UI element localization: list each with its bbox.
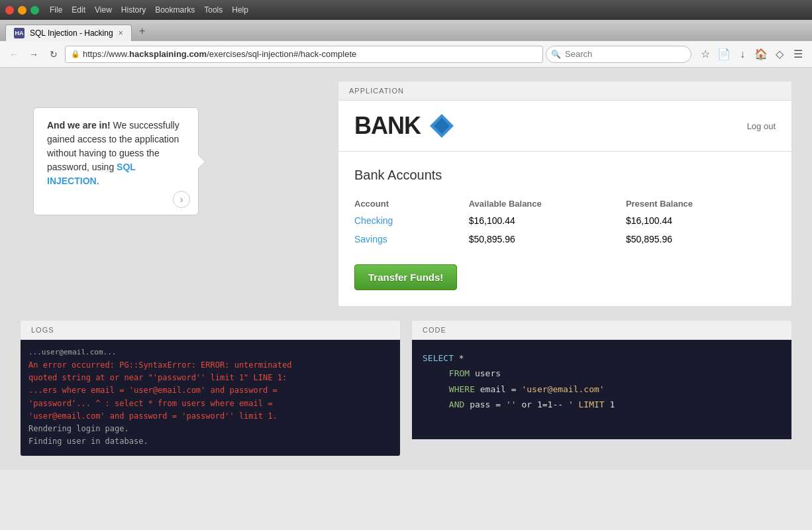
code-line-3: WHERE email = 'user@email.com': [423, 382, 781, 397]
account-savings-link[interactable]: Savings: [354, 230, 469, 248]
logs-body: ...user@email.com... An error occurred: …: [21, 340, 400, 456]
main-row: And we are in! We successfully gained ac…: [20, 81, 792, 307]
tooltip-box: And we are in! We successfully gained ac…: [33, 107, 199, 215]
logout-link[interactable]: Log out: [747, 121, 776, 131]
tab-close-btn[interactable]: ×: [119, 28, 123, 38]
code-header: CODE: [412, 321, 791, 340]
search-input[interactable]: [546, 46, 691, 63]
forward-btn[interactable]: →: [25, 46, 42, 63]
log-error-5: 'user@email.com' and password = 'passwor…: [28, 410, 392, 423]
bottom-row: LOGS ...user@email.com... An error occur…: [20, 320, 792, 456]
close-btn[interactable]: [5, 6, 14, 15]
tab-favicon: HA: [14, 28, 25, 38]
menu-history[interactable]: History: [121, 5, 146, 15]
bookmark-star-btn[interactable]: ☆: [697, 46, 714, 63]
logs-panel: LOGS ...user@email.com... An error occur…: [20, 320, 401, 456]
log-error-2: quoted string at or near "'password'' li…: [28, 372, 392, 384]
kw-and: AND: [449, 399, 464, 409]
back-btn[interactable]: ←: [5, 46, 23, 63]
kw-select: SELECT: [423, 353, 454, 363]
address-bar: ← → ↻ 🔒 https://www.hacksplaining.com/ex…: [0, 41, 812, 68]
maximize-btn[interactable]: [30, 6, 39, 15]
home-btn[interactable]: 🏠: [752, 46, 770, 63]
savings-present: $50,895.96: [626, 230, 776, 248]
log-error-1: An error occurred: PG::SyntaxError: ERRO…: [28, 359, 392, 372]
menu-view[interactable]: View: [95, 5, 112, 15]
menu-edit[interactable]: Edit: [72, 5, 85, 15]
col-present: Present Balance: [626, 196, 776, 211]
bank-accounts-title: Bank Accounts: [354, 168, 776, 183]
code-panel: CODE SELECT * FROM users WHERE email = '…: [411, 320, 792, 456]
tab-title: SQL Injection - Hacking: [30, 28, 113, 38]
title-bar: File Edit View History Bookmarks Tools H…: [0, 0, 812, 20]
kw-where: WHERE: [449, 384, 475, 394]
tooltip-sql-text: SQL INJECTION: [47, 162, 136, 186]
bank-header: BANK Log out: [338, 101, 791, 152]
accounts-table: Account Available Balance Present Balanc…: [354, 196, 776, 248]
browser-tab[interactable]: HA SQL Injection - Hacking ×: [5, 25, 132, 41]
pocket-btn[interactable]: ◇: [771, 46, 788, 63]
lock-icon: 🔒: [71, 50, 80, 58]
page-content: And we are in! We successfully gained ac…: [0, 68, 812, 470]
application-panel-header: APPLICATION: [338, 81, 791, 101]
download-btn[interactable]: ↓: [734, 46, 751, 63]
search-container: 🔍: [546, 46, 691, 63]
bank-diamond-icon: [427, 111, 456, 140]
tooltip-container: And we are in! We successfully gained ac…: [33, 107, 272, 215]
checking-present: $16,100.44: [626, 211, 776, 230]
log-error-3: ...ers where email = 'user@email.com' an…: [28, 384, 392, 397]
menu-btn[interactable]: ☰: [789, 46, 807, 63]
transfer-funds-btn[interactable]: Transfer Funds!: [354, 264, 457, 290]
menu-help[interactable]: Help: [232, 5, 248, 15]
menu-tools[interactable]: Tools: [204, 5, 223, 15]
kw-from: FROM: [449, 368, 470, 378]
minimize-btn[interactable]: [18, 6, 26, 15]
log-scroll-hint: ...user@email.com...: [28, 348, 392, 356]
log-line-1: Rendering login page.: [28, 423, 392, 435]
bank-name-text: BANK: [354, 112, 421, 140]
tooltip-next-btn[interactable]: ›: [173, 191, 190, 208]
menu-file[interactable]: File: [50, 5, 62, 15]
table-row: Checking $16,100.44 $16,100.44: [354, 211, 776, 230]
bank-logo: BANK: [354, 111, 456, 140]
url-bar[interactable]: 🔒 https://www.hacksplaining.com/exercise…: [65, 46, 543, 63]
menu-bookmarks[interactable]: Bookmarks: [155, 5, 195, 15]
account-checking-link[interactable]: Checking: [354, 211, 469, 230]
reading-mode-btn[interactable]: 📄: [715, 46, 733, 63]
checking-available: $16,100.44: [469, 211, 626, 230]
table-row: Savings $50,895.96 $50,895.96: [354, 230, 776, 248]
toolbar-icons: ☆ 📄 ↓ 🏠 ◇ ☰: [697, 46, 807, 63]
search-icon: 🔍: [551, 50, 561, 59]
code-line-2: FROM users: [423, 366, 781, 381]
tab-bar: HA SQL Injection - Hacking × +: [0, 20, 812, 41]
application-panel: APPLICATION BANK Log out Bank Accounts: [338, 81, 792, 307]
bank-accounts-panel: Bank Accounts Account Available Balance …: [338, 152, 791, 306]
savings-available: $50,895.96: [469, 230, 626, 248]
url-text: https://www.hacksplaining.com/exercises/…: [83, 49, 356, 59]
menu-bar: File Edit View History Bookmarks Tools H…: [50, 5, 248, 15]
col-account: Account: [354, 196, 469, 211]
col-available: Available Balance: [469, 196, 626, 211]
code-line-4: AND pass = '' or 1=1-- ' LIMIT 1: [423, 397, 781, 412]
code-line-1: SELECT *: [423, 350, 781, 366]
tooltip-text: And we are in! We successfully gained ac…: [47, 120, 179, 186]
log-error-4: 'password'... ^ : select * from users wh…: [28, 398, 392, 410]
code-body: SELECT * FROM users WHERE email = 'user@…: [412, 340, 791, 439]
logs-header: LOGS: [21, 321, 400, 340]
new-tab-btn[interactable]: +: [134, 23, 150, 39]
reload-btn[interactable]: ↻: [45, 46, 62, 63]
log-line-2: Finding user in database.: [28, 435, 392, 448]
kw-limit: LIMIT: [579, 399, 605, 409]
